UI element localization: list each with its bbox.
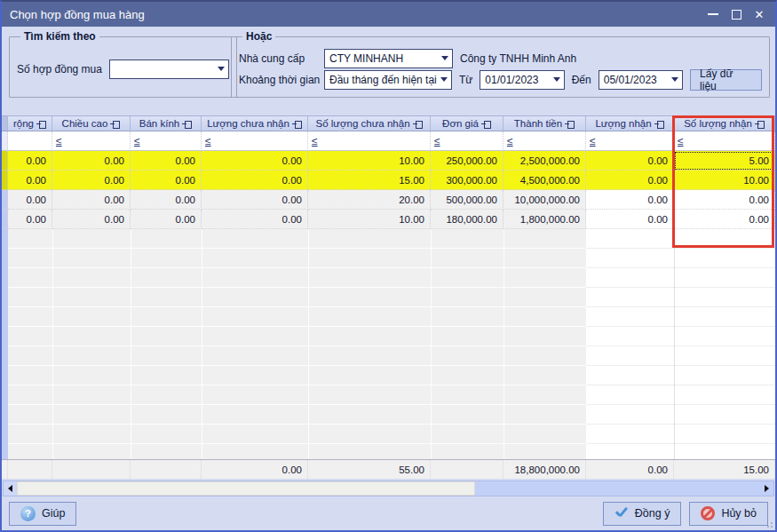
- scrollbar-thumb[interactable]: [17, 481, 475, 496]
- filter-cell-8[interactable]: ≤: [674, 131, 775, 151]
- table-row[interactable]: 0.000.000.000.0015.00300,000.004,500,000…: [2, 171, 775, 190]
- grid-cell[interactable]: 0.00: [8, 151, 52, 171]
- grid-cell[interactable]: 0.00: [586, 210, 674, 229]
- cancel-button[interactable]: Hủy bỏ: [689, 502, 768, 526]
- chevron-down-icon: [218, 67, 225, 71]
- period-combobox[interactable]: Đầu tháng đến hiện tại: [324, 70, 452, 90]
- grid-cell[interactable]: 0.00: [8, 210, 52, 229]
- pin-icon[interactable]: [110, 120, 120, 128]
- grid-cell[interactable]: 2,500,000.00: [503, 151, 586, 171]
- grid-cell[interactable]: 500,000.00: [431, 190, 503, 210]
- grid-cell[interactable]: 20.00: [308, 190, 431, 210]
- less-equal-operator-icon[interactable]: ≤: [590, 135, 596, 147]
- column-header-1[interactable]: Chiều cao: [52, 115, 131, 131]
- grid-cell[interactable]: 15.00: [308, 171, 431, 190]
- grid-cell[interactable]: 0.00: [202, 171, 308, 190]
- grid-cell[interactable]: 0.00: [202, 190, 308, 210]
- grid-cell[interactable]: 0.00: [52, 151, 131, 171]
- contract-number-combobox[interactable]: [109, 60, 229, 79]
- filter-cell-7[interactable]: ≤: [586, 131, 674, 151]
- checkmark-icon: [614, 507, 629, 520]
- grid-cell[interactable]: 180,000.00: [431, 210, 503, 229]
- grid-cell[interactable]: 0.00: [202, 151, 308, 171]
- column-header-7[interactable]: Lượng nhận: [586, 115, 674, 131]
- column-header-8[interactable]: Số lượng nhận: [674, 115, 775, 131]
- minimize-button[interactable]: [704, 5, 722, 23]
- less-equal-operator-icon[interactable]: ≤: [434, 135, 440, 147]
- row-indicator[interactable]: [2, 151, 8, 171]
- grid-cell[interactable]: 300,000.00: [431, 171, 503, 190]
- filter-cell-2[interactable]: ≤: [131, 131, 202, 151]
- column-header-4[interactable]: Số lượng chưa nhận: [308, 115, 431, 131]
- grid-cell[interactable]: 10.00: [308, 151, 431, 171]
- grid-cell[interactable]: 0.00: [52, 171, 131, 190]
- column-header-3[interactable]: Lượng chưa nhận: [202, 115, 308, 131]
- grid-cell[interactable]: 0.00: [586, 190, 674, 210]
- summary-cell-5: [431, 460, 503, 479]
- load-data-button[interactable]: Lấy dữ liệu: [690, 69, 762, 91]
- pin-icon[interactable]: [755, 120, 765, 128]
- grid-cell[interactable]: 10.00: [308, 210, 431, 229]
- grid-cell[interactable]: 0.00: [674, 210, 775, 229]
- grid-cell[interactable]: 5.00: [674, 151, 775, 171]
- pin-icon[interactable]: [182, 120, 192, 128]
- pin-icon[interactable]: [36, 120, 46, 128]
- grid-cell[interactable]: 0.00: [8, 171, 52, 190]
- column-header-5[interactable]: Đơn giá: [431, 115, 503, 131]
- column-header-2[interactable]: Bán kính: [131, 115, 202, 131]
- less-equal-operator-icon[interactable]: ≤: [56, 135, 62, 147]
- maximize-button[interactable]: [727, 5, 745, 23]
- scroll-right-button[interactable]: [760, 481, 773, 496]
- to-date-picker[interactable]: 05/01/2023: [599, 70, 683, 90]
- less-equal-operator-icon[interactable]: ≤: [312, 135, 318, 147]
- less-equal-operator-icon[interactable]: ≤: [134, 135, 140, 147]
- less-equal-operator-icon[interactable]: ≤: [678, 135, 684, 147]
- grid-cell[interactable]: 0.00: [586, 151, 674, 171]
- pin-icon[interactable]: [292, 120, 302, 128]
- grid-cell[interactable]: 250,000.00: [431, 151, 503, 171]
- less-equal-operator-icon[interactable]: ≤: [205, 135, 211, 147]
- close-button[interactable]: ✕: [750, 5, 768, 23]
- filter-cell-6[interactable]: ≤: [503, 131, 586, 151]
- grid-cell[interactable]: 0.00: [131, 151, 202, 171]
- grid-cell[interactable]: 0.00: [52, 190, 131, 210]
- pin-icon[interactable]: [654, 120, 664, 128]
- grid-cell[interactable]: 0.00: [131, 190, 202, 210]
- grid-cell[interactable]: 4,500,000.00: [503, 171, 586, 190]
- less-equal-operator-icon[interactable]: ≤: [507, 135, 513, 147]
- filter-cell-4[interactable]: ≤: [308, 131, 431, 151]
- filter-cell-5[interactable]: ≤: [431, 131, 503, 151]
- resize-grip[interactable]: [765, 520, 773, 528]
- filter-cell-3[interactable]: ≤: [202, 131, 308, 151]
- grid-cell[interactable]: 1,800,000.00: [503, 210, 586, 229]
- pin-icon[interactable]: [481, 120, 491, 128]
- column-header-6[interactable]: Thành tiền: [503, 115, 586, 131]
- table-row[interactable]: 0.000.000.000.0010.00250,000.002,500,000…: [2, 151, 775, 171]
- supplier-combobox[interactable]: CTY MINHANH: [324, 49, 453, 68]
- ok-button[interactable]: Đồng ý: [603, 502, 682, 526]
- horizontal-scrollbar[interactable]: [3, 480, 774, 496]
- table-row[interactable]: 0.000.000.000.0020.00500,000.0010,000,00…: [2, 190, 775, 210]
- pin-icon[interactable]: [565, 120, 575, 128]
- table-row[interactable]: 0.000.000.000.0010.00180,000.001,800,000…: [2, 210, 775, 229]
- grid-cell[interactable]: 10,000,000.00: [503, 190, 586, 210]
- filter-cell-0[interactable]: [8, 131, 52, 151]
- column-header-0[interactable]: rộng: [8, 115, 52, 131]
- row-indicator[interactable]: [2, 210, 8, 229]
- grid-cell[interactable]: 0.00: [586, 171, 674, 190]
- grid-cell[interactable]: 0.00: [8, 190, 52, 210]
- grid-cell[interactable]: 0.00: [131, 210, 202, 229]
- row-indicator[interactable]: [2, 190, 8, 210]
- pin-icon[interactable]: [413, 120, 423, 128]
- grid-cell[interactable]: 0.00: [202, 210, 308, 229]
- from-date-picker[interactable]: 01/01/2023: [480, 70, 564, 90]
- filter-cell-1[interactable]: ≤: [52, 131, 131, 151]
- grid-cell[interactable]: 0.00: [674, 190, 775, 210]
- row-indicator[interactable]: [2, 171, 8, 190]
- help-button[interactable]: ? Giúp: [9, 502, 76, 526]
- chevron-down-icon: [553, 77, 560, 82]
- grid-cell[interactable]: 0.00: [131, 171, 202, 190]
- scroll-left-button[interactable]: [4, 481, 17, 496]
- grid-cell[interactable]: 0.00: [52, 210, 131, 229]
- grid-cell[interactable]: 10.00: [674, 171, 775, 190]
